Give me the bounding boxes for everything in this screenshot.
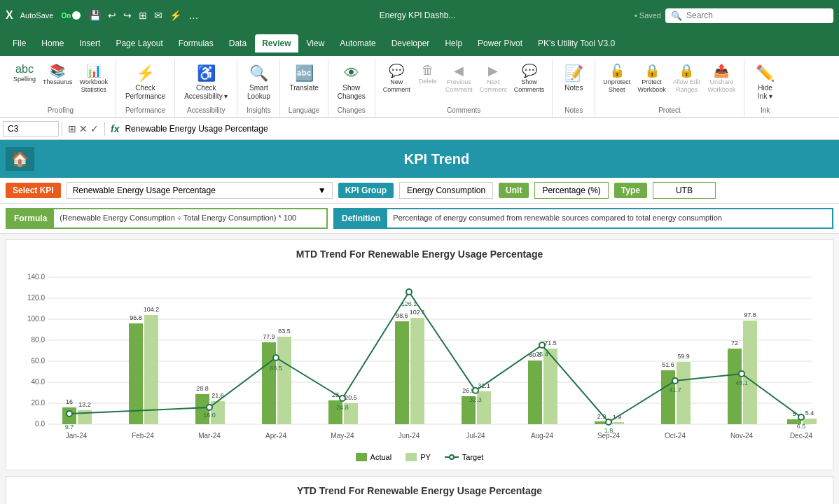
unit-label: Unit [499, 183, 529, 198]
autosave-toggle[interactable]: On [57, 9, 83, 22]
check-performance-button[interactable]: ⚡ CheckPerformance [122, 62, 169, 104]
legend-actual-label: Actual [370, 453, 392, 461]
show-comments-icon: 💬 [522, 63, 537, 78]
target-dot-nov [739, 371, 744, 377]
menu-pk-utility[interactable]: PK's Utility Tool V3.0 [531, 34, 622, 52]
menu-power-pivot[interactable]: Power Pivot [471, 34, 529, 52]
autosave-label: AutoSave [20, 11, 54, 20]
svg-text:1.8: 1.8 [604, 427, 613, 434]
hide-ink-button[interactable]: ✏️ HideInk ▾ [750, 62, 781, 104]
svg-text:Jul-24: Jul-24 [466, 432, 485, 440]
show-comments-label: ShowComments [514, 78, 545, 94]
unprotect-sheet-button[interactable]: 🔓 UnprotectSheet [601, 62, 632, 95]
target-dot-jul [473, 388, 478, 393]
formula-icons: ⊞ ✕ ✓ [65, 123, 102, 134]
grid-icon[interactable]: ⊞ [137, 8, 149, 22]
thesaurus-button[interactable]: 📚 Thesaurus [41, 62, 75, 88]
svg-text:51.6: 51.6 [662, 361, 674, 368]
show-comments-button[interactable]: 💬 ShowComments [512, 62, 547, 95]
delete-comment-label: Delete [419, 78, 437, 85]
menu-insert[interactable]: Insert [72, 34, 107, 52]
menu-home[interactable]: Home [34, 34, 71, 52]
previous-comment-icon: ◀ [454, 63, 464, 78]
svg-text:Oct-24: Oct-24 [665, 432, 686, 440]
bar-py-jun [410, 318, 424, 424]
legend-py-box [405, 453, 417, 461]
definition-box-text: Percentage of energy consumed from renew… [387, 209, 728, 227]
kpi-dropdown[interactable]: Renewable Energy Usage Percentage ▼ [67, 182, 333, 199]
insights-group-label: Insights [247, 105, 270, 114]
svg-text:60.0: 60.0 [32, 357, 46, 365]
svg-text:20.5: 20.5 [345, 394, 357, 401]
show-changes-button[interactable]: 👁 ShowChanges [334, 62, 369, 104]
legend-target: Target [445, 453, 484, 461]
menu-view[interactable]: View [300, 34, 332, 52]
check-performance-icon: ⚡ [136, 64, 155, 83]
filter-icon[interactable]: ⚡ [167, 8, 183, 22]
menu-automate[interactable]: Automate [333, 34, 382, 52]
spelling-button[interactable]: abc Spelling [11, 62, 38, 85]
svg-text:24.8: 24.8 [336, 404, 349, 411]
home-icon[interactable]: 🏠 [6, 147, 34, 171]
unprotect-sheet-label: UnprotectSheet [603, 78, 630, 94]
menu-file[interactable]: File [6, 34, 33, 52]
expand-icon[interactable]: ⊞ [68, 123, 76, 134]
thesaurus-label: Thesaurus [43, 78, 73, 86]
menu-formulas[interactable]: Formulas [172, 34, 221, 52]
confirm-formula-icon[interactable]: ✓ [90, 123, 99, 134]
save-icon[interactable]: 💾 [87, 8, 103, 22]
redo-icon[interactable]: ↪ [121, 8, 134, 22]
target-dot-aug [539, 342, 545, 348]
ribbon-group-notes: 📝 Notes Notes [553, 59, 595, 117]
protect-group-label: Protect [658, 105, 681, 114]
svg-text:Feb-24: Feb-24 [132, 432, 154, 440]
translate-button[interactable]: 🔤 Translate [286, 62, 321, 95]
ribbon: abc Spelling 📚 Thesaurus 📊 WorkbookStati… [0, 56, 839, 118]
legend-actual-box [356, 453, 367, 461]
cell-reference-input[interactable] [3, 121, 59, 136]
notes-icon: 📝 [564, 64, 583, 83]
menu-data[interactable]: Data [222, 34, 254, 52]
bar-py-nov [743, 321, 757, 424]
legend-target-line [445, 456, 459, 458]
ytd-chart-container: YTD Trend For Renewable Energy Usage Per… [6, 476, 833, 504]
more-icon[interactable]: … [186, 8, 200, 22]
bar-actual-nov [728, 349, 742, 424]
sheet-area: 🏠 KPI Trend Select KPI Renewable Energy … [0, 140, 839, 504]
check-accessibility-button[interactable]: ♿ CheckAccessibility ▾ [181, 62, 231, 104]
formula-input[interactable] [125, 124, 836, 134]
undo-icon[interactable]: ↩ [106, 8, 118, 22]
svg-text:20.0: 20.0 [32, 399, 46, 407]
ribbon-comments-items: 💬 NewComment 🗑 Delete ◀ PreviousComment … [381, 62, 547, 105]
menu-help[interactable]: Help [438, 34, 469, 52]
changes-group-label: Changes [338, 105, 366, 114]
search-input[interactable] [686, 10, 828, 20]
ytd-chart-title: YTD Trend For Renewable Energy Usage Per… [15, 485, 824, 496]
menu-page-layout[interactable]: Page Layout [109, 34, 169, 52]
mtd-chart-svg-wrapper: 140.0 120.0 100.0 80.0 60.0 40.0 20.0 0.… [15, 267, 824, 449]
smart-lookup-button[interactable]: 🔍 SmartLookup [243, 62, 274, 104]
workbook-statistics-button[interactable]: 📊 WorkbookStatistics [78, 62, 110, 95]
new-comment-button[interactable]: 💬 NewComment [381, 62, 412, 95]
title-bar: X AutoSave On 💾 ↩ ↪ ⊞ ✉ ⚡ … Energy KPI D… [0, 0, 839, 31]
search-box[interactable]: 🔍 [665, 8, 833, 23]
formula-divider1 [62, 122, 62, 136]
svg-text:140.0: 140.0 [27, 273, 45, 281]
target-dot-mar [207, 405, 212, 410]
notes-button[interactable]: 📝 Notes [558, 62, 589, 95]
email-icon[interactable]: ✉ [152, 8, 165, 22]
type-value: UTB [653, 182, 716, 199]
menu-developer[interactable]: Developer [384, 34, 437, 52]
svg-text:100.0: 100.0 [27, 315, 45, 323]
legend-py-label: PY [420, 453, 431, 461]
menu-review[interactable]: Review [255, 34, 298, 52]
svg-text:16.0: 16.0 [203, 412, 216, 419]
cancel-formula-icon[interactable]: ✕ [79, 123, 88, 134]
kpi-group-label: KPI Group [338, 183, 394, 198]
protect-workbook-button[interactable]: 🔒 ProtectWorkbook [635, 62, 667, 95]
svg-text:Aug-24: Aug-24 [531, 432, 554, 440]
thesaurus-icon: 📚 [50, 63, 65, 78]
workbook-statistics-icon: 📊 [86, 63, 102, 78]
target-dot-sep [606, 419, 611, 425]
ribbon-notes-items: 📝 Notes [558, 62, 589, 105]
